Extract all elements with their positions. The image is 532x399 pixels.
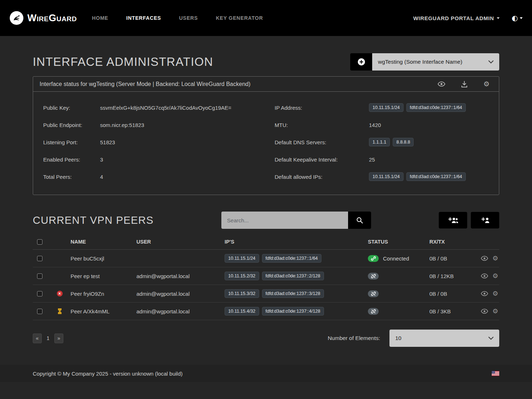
field-allowed-ips: Default allowed IPs: 10.11.15.1/24 fdfd:… xyxy=(275,168,489,185)
peer-settings-button[interactable]: ⚙ xyxy=(492,290,498,297)
table-row[interactable]: Peer ep test admin@wgportal.local 10.11.… xyxy=(33,267,499,285)
interface-fields-right: IP Address: 10.11.15.1/24 fdfd:d3ad:c0de… xyxy=(266,99,489,185)
search-input[interactable] xyxy=(221,212,348,229)
user-menu-dropdown[interactable]: WIREGUARD PORTAL ADMIN xyxy=(413,15,500,21)
column-header-ips[interactable]: IP'S xyxy=(225,239,368,245)
row-checkbox[interactable] xyxy=(37,256,42,261)
view-peer-button[interactable] xyxy=(481,309,488,314)
peer-status-label: Connected xyxy=(383,255,409,262)
chevron-down-icon xyxy=(520,17,523,19)
field-label: IP Address: xyxy=(275,105,369,111)
brand-text: WireGuard xyxy=(27,13,77,24)
column-header-name[interactable]: NAME xyxy=(71,239,136,245)
wireguard-logo-icon xyxy=(9,11,24,25)
select-all-checkbox[interactable] xyxy=(37,239,42,245)
search-button[interactable] xyxy=(348,212,371,229)
pagination: « 1 » xyxy=(33,334,63,343)
add-interface-button[interactable] xyxy=(350,53,372,71)
keepalive-value: 25 xyxy=(369,157,489,163)
field-label: Enabled Peers: xyxy=(43,157,100,163)
total-peers-value: 4 xyxy=(100,174,266,180)
chevron-down-icon xyxy=(488,59,493,65)
disconnected-icon xyxy=(368,290,379,297)
column-header-user[interactable]: USER xyxy=(136,239,225,245)
peer-settings-button[interactable]: ⚙ xyxy=(492,255,498,262)
nav-item-interfaces[interactable]: INTERFACES xyxy=(126,15,161,21)
peer-settings-button[interactable]: ⚙ xyxy=(492,308,498,314)
row-checkbox[interactable] xyxy=(37,273,42,279)
table-row[interactable]: Peer buC5cxjl 10.11.15.1/24 fdfd:d3ad:c0… xyxy=(33,250,499,267)
nav-item-home[interactable]: HOME xyxy=(92,15,108,21)
table-row[interactable]: × Peer fryiO9Zn admin@wgportal.local 10.… xyxy=(33,285,499,303)
ip-badge: fdfd:d3ad:c0de:1237::1/64 xyxy=(406,172,466,181)
field-label: Default DNS Servers: xyxy=(275,139,369,145)
allowed-ip-badges: 10.11.15.1/24 fdfd:d3ad:c0de:1237::1/64 xyxy=(369,172,489,181)
top-navbar: WireGuard HOME INTERFACES USERS KEY GENE… xyxy=(0,0,532,36)
peer-rxtx: 0B / 0B xyxy=(429,255,481,262)
field-label: Listening Port: xyxy=(43,139,100,145)
peer-status-cell xyxy=(368,308,429,315)
row-checkbox[interactable] xyxy=(37,309,42,314)
add-peer-button[interactable] xyxy=(471,212,499,228)
header-checkbox-cell xyxy=(33,239,49,245)
interface-select[interactable]: wgTesting (Some Interface Name) xyxy=(372,53,499,71)
peer-settings-button[interactable]: ⚙ xyxy=(492,273,498,279)
elements-select[interactable]: 10 xyxy=(389,330,499,347)
peer-rxtx: 0B / 12KB xyxy=(429,273,481,279)
peer-name: Peer buC5cxjl xyxy=(71,255,136,262)
field-label: Default Keepalive Interval: xyxy=(275,157,369,163)
disconnected-icon xyxy=(368,273,379,280)
column-header-rxtx[interactable]: RX/TX xyxy=(429,239,481,245)
brand[interactable]: WireGuard xyxy=(9,11,77,25)
add-multiple-peers-button[interactable] xyxy=(439,212,467,228)
ip-badge: 10.11.15.2/32 xyxy=(225,272,259,280)
ip-badges: 10.11.15.1/24 fdfd:d3ad:c0de:1237::1/64 xyxy=(369,103,489,112)
peer-user: admin@wgportal.local xyxy=(136,291,225,297)
peer-user: admin@wgportal.local xyxy=(136,273,225,279)
field-keepalive: Default Keepalive Interval: 25 xyxy=(275,151,489,168)
ip-badge: 10.11.15.4/32 xyxy=(225,307,259,316)
view-peer-button[interactable] xyxy=(481,273,488,278)
peer-expiring-hourglass-icon xyxy=(58,308,62,314)
view-peer-button[interactable] xyxy=(481,256,488,261)
language-selector[interactable] xyxy=(492,371,499,376)
copyright-text: Copyright © My Company 2025 - version un… xyxy=(33,371,182,377)
peer-ip-badges: 10.11.15.3/32 fdfd:d3ad:c0de:1237::3/128 xyxy=(225,289,368,298)
view-config-button[interactable] xyxy=(438,81,445,87)
pagination-page-1[interactable]: 1 xyxy=(44,334,53,343)
peer-user: admin@wgportal.local xyxy=(136,308,225,314)
interface-settings-button[interactable]: ⚙ xyxy=(483,81,490,87)
field-public-key: Public Key: ssvmEelxG+k8jsNO5G7cq5r/Ak7l… xyxy=(43,99,266,116)
public-key-value: ssvmEelxG+k8jsNO5G7cq5r/Ak7liCodAvOyoCg1… xyxy=(100,105,266,111)
pagination-row: « 1 » Number of Elements: 10 xyxy=(33,330,499,347)
nav-links: HOME INTERFACES USERS KEY GENERATOR xyxy=(92,15,263,21)
peer-status-cell: Connected xyxy=(368,255,429,262)
nav-item-users[interactable]: USERS xyxy=(179,15,198,21)
gear-icon: ⚙ xyxy=(492,290,498,297)
dns-badge: 1.1.1.1 xyxy=(369,138,390,146)
row-checkbox[interactable] xyxy=(37,291,42,296)
eye-icon xyxy=(481,256,488,261)
field-total-peers: Total Peers: 4 xyxy=(43,168,266,185)
table-row[interactable]: Peer A/Xk4mML admin@wgportal.local 10.11… xyxy=(33,303,499,320)
field-mtu: MTU: 1420 xyxy=(275,116,489,133)
peer-status-cell xyxy=(368,290,429,297)
row-checkbox-cell xyxy=(33,291,49,296)
column-header-status[interactable]: STATUS xyxy=(368,239,429,245)
field-public-endpoint: Public Endpoint: som.nicr.ep:51823 xyxy=(43,116,266,133)
theme-toggle-dropdown[interactable]: ◐ xyxy=(512,14,523,22)
peer-ip-badges: 10.11.15.1/24 fdfd:d3ad:c0de:1237::1/64 xyxy=(225,254,368,263)
listening-port-value: 51823 xyxy=(100,139,266,145)
interface-card-body: Public Key: ssvmEelxG+k8jsNO5G7cq5r/Ak7l… xyxy=(33,92,499,195)
download-config-button[interactable] xyxy=(461,81,468,87)
enabled-peers-value: 3 xyxy=(100,157,266,163)
view-peer-button[interactable] xyxy=(481,291,488,296)
elements-group: Number of Elements: 10 xyxy=(328,330,499,347)
peer-ip-badges: 10.11.15.2/32 fdfd:d3ad:c0de:1237::2/128 xyxy=(225,272,368,280)
pagination-next-button[interactable]: » xyxy=(54,334,63,343)
field-label: Public Key: xyxy=(43,105,100,111)
pagination-prev-button[interactable]: « xyxy=(33,334,42,343)
nav-item-key-generator[interactable]: KEY GENERATOR xyxy=(216,15,263,21)
row-flag-cell: × xyxy=(49,291,71,296)
interface-select-value: wgTesting (Some Interface Name) xyxy=(378,59,462,65)
